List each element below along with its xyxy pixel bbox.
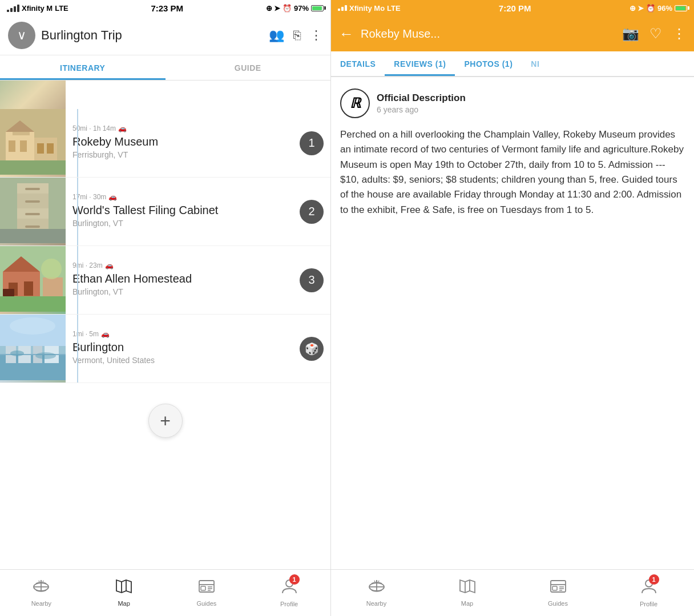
- item-content-rokeby: 50mi · 1h 14m 🚗 Rokeby Museum Ferrisburg…: [66, 109, 330, 177]
- list-item[interactable]: 50mi · 1h 14m 🚗 Rokeby Museum Ferrisburg…: [0, 109, 330, 178]
- svg-rect-9: [0, 160, 66, 175]
- right-status-left: Xfinity Mo LTE: [338, 4, 401, 13]
- svg-point-28: [41, 259, 62, 279]
- back-button[interactable]: ←: [339, 25, 354, 43]
- add-button-container: +: [0, 383, 330, 458]
- nav-item-map-left[interactable]: Map: [83, 570, 166, 616]
- nav-item-nearby-right[interactable]: Nearby: [331, 570, 422, 616]
- nav-label-map-left: Map: [118, 600, 130, 607]
- nearby-icon-right: [368, 579, 385, 598]
- right-battery-icon: [675, 5, 687, 11]
- guides-icon-right: [550, 579, 567, 598]
- svg-line-47: [39, 581, 39, 582]
- nav-item-map-right[interactable]: Map: [422, 570, 513, 616]
- nav-item-profile-right[interactable]: 1 Profile: [603, 570, 694, 616]
- svg-line-48: [43, 581, 43, 582]
- tab-reviews[interactable]: REVIEWS (1): [385, 51, 455, 76]
- more-icon[interactable]: ⋮: [310, 28, 322, 43]
- svg-rect-29: [0, 296, 66, 312]
- item-name-3: Ethan Allen Homestead: [72, 272, 302, 285]
- svg-rect-8: [47, 143, 54, 154]
- heart-icon[interactable]: ♡: [649, 26, 662, 42]
- map-icon-left: [116, 579, 132, 598]
- svg-rect-19: [25, 226, 40, 228]
- add-stop-button[interactable]: +: [148, 404, 183, 438]
- camera-icon[interactable]: 📷: [622, 26, 639, 42]
- right-header: ← Rokeby Muse... 📷 ♡ ⋮: [331, 16, 694, 51]
- trip-icon[interactable]: ∨: [8, 22, 35, 49]
- svg-line-63: [374, 581, 375, 582]
- left-signal-bars: [7, 5, 19, 12]
- item-subtitle-2: Burlington, VT: [72, 219, 302, 228]
- right-header-icons: 📷 ♡ ⋮: [622, 26, 686, 42]
- tab-more[interactable]: NI: [522, 51, 548, 76]
- tab-guide[interactable]: GUIDE: [166, 55, 331, 80]
- item-distance-3: 9mi · 23m 🚗: [72, 261, 302, 269]
- svg-rect-16: [25, 188, 40, 190]
- right-status-right: ⊕ ➤ ⏰ 96%: [630, 4, 687, 13]
- header-icons: 👥 ⎘ ⋮: [269, 28, 322, 43]
- tab-itinerary[interactable]: ITINERARY: [0, 55, 166, 80]
- item-content-filing: 17mi · 30m 🚗 World's Tallest Filing Cabi…: [66, 178, 330, 245]
- nav-label-profile-right: Profile: [640, 601, 657, 607]
- right-carrier: Xfinity Mo: [349, 4, 385, 13]
- drive-icon-2: 🚗: [108, 193, 117, 201]
- item-image-rokeby: [0, 109, 66, 177]
- left-status-bar: Xfinity M LTE 7:23 PM ⊕ ➤ ⏰ 97%: [0, 0, 330, 16]
- item-image-burlington: [0, 315, 66, 383]
- left-battery-icon: [311, 5, 324, 11]
- svg-rect-54: [201, 586, 205, 590]
- itinerary-list: 50mi · 1h 14m 🚗 Rokeby Museum Ferrisburg…: [0, 80, 330, 569]
- right-panel: Xfinity Mo LTE 7:20 PM ⊕ ➤ ⏰ 96% ← Rokeb…: [331, 0, 694, 616]
- right-network: LTE: [387, 4, 401, 13]
- share-icon[interactable]: ⎘: [293, 28, 301, 43]
- list-item[interactable]: 17mi · 30m 🚗 World's Tallest Filing Cabi…: [0, 178, 330, 246]
- right-tabs: DETAILS REVIEWS (1) PHOTOS (1) NI: [331, 51, 694, 77]
- item-subtitle-4: Vermont, United States: [72, 356, 302, 365]
- tab-details[interactable]: DETAILS: [331, 51, 385, 76]
- right-battery-pct: 96%: [657, 4, 672, 13]
- svg-rect-26: [8, 279, 18, 283]
- left-header: ∨ Burlington Trip 👥 ⎘ ⋮: [0, 16, 330, 55]
- list-item[interactable]: 1mi · 5m 🚗 Burlington Vermont, United St…: [0, 315, 330, 383]
- item-name-4: Burlington: [72, 340, 302, 354]
- item-distance-2: 17mi · 30m 🚗: [72, 193, 302, 201]
- more-icon-right[interactable]: ⋮: [672, 26, 686, 42]
- nav-item-guides-left[interactable]: Guides: [166, 570, 248, 616]
- left-network: LTE: [55, 4, 68, 13]
- map-icon-right: [459, 579, 475, 598]
- review-logo: ℝ: [340, 88, 370, 118]
- list-item[interactable]: 9mi · 23m 🚗 Ethan Allen Homestead Burlin…: [0, 246, 330, 315]
- svg-rect-30: [3, 289, 14, 296]
- tab-photos[interactable]: PHOTOS (1): [455, 51, 522, 76]
- trip-icon-chevron: ∨: [17, 28, 26, 43]
- svg-point-39: [10, 351, 24, 356]
- top-image-strip: [0, 80, 330, 109]
- right-status-bar: Xfinity Mo LTE 7:20 PM ⊕ ➤ ⏰ 96%: [331, 0, 694, 16]
- nav-item-profile-left[interactable]: 1 Profile: [248, 570, 330, 616]
- review-time: 6 years ago: [377, 105, 466, 114]
- left-battery-pct: 97%: [294, 4, 309, 13]
- nav-item-nearby-left[interactable]: Nearby: [0, 570, 83, 616]
- left-tabs: ITINERARY GUIDE: [0, 55, 330, 80]
- people-icon[interactable]: 👥: [269, 28, 284, 43]
- right-bottom-nav: Nearby Map: [331, 569, 694, 616]
- svg-line-64: [378, 581, 379, 582]
- right-signal-bars: [338, 5, 347, 11]
- item-name-1: Rokeby Museum: [72, 135, 302, 148]
- left-status-left: Xfinity M LTE: [7, 4, 68, 13]
- review-meta: Official Description 6 years ago: [377, 92, 466, 114]
- svg-point-40: [35, 352, 56, 359]
- right-content: ℝ Official Description 6 years ago Perch…: [331, 77, 694, 569]
- nav-item-guides-right[interactable]: Guides: [513, 570, 603, 616]
- item-subtitle-3: Burlington, VT: [72, 287, 302, 296]
- item-image-filing: [0, 178, 66, 245]
- item-content-burlington: 1mi · 5m 🚗 Burlington Vermont, United St…: [66, 315, 330, 383]
- timeline-line-4: [77, 315, 78, 383]
- item-badge-4: 🎲: [300, 337, 324, 361]
- svg-marker-65: [460, 580, 475, 593]
- item-badge-1: 1: [300, 131, 324, 155]
- svg-rect-70: [552, 586, 557, 590]
- drive-icon-3: 🚗: [105, 261, 114, 269]
- svg-rect-17: [25, 200, 40, 203]
